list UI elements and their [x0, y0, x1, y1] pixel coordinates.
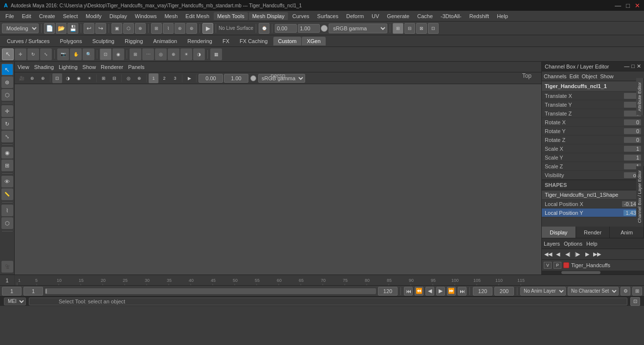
snap-to-grid-btn[interactable]: ⋯ — [142, 48, 154, 60]
layout-btn-2[interactable]: ⊟ — [404, 23, 415, 34]
vp-menu-renderer[interactable]: Renderer — [101, 64, 123, 70]
menu-mesh[interactable]: Mesh — [161, 12, 181, 20]
vp-menu-show[interactable]: Show — [83, 64, 96, 70]
menu-uv[interactable]: UV — [368, 12, 382, 20]
camera-tool[interactable]: 📷 — [57, 48, 69, 60]
channel-row-rotate-y[interactable]: Rotate Y 0 — [542, 127, 644, 136]
playback-skip-start[interactable]: ⏮ — [404, 287, 413, 296]
current-frame-field[interactable] — [23, 287, 43, 296]
channel-row-translate-x[interactable]: Translate X 0 — [542, 92, 644, 100]
cb-menu-show[interactable]: Show — [600, 73, 614, 79]
channel-box-header-btns[interactable]: — □ ✕ — [624, 63, 641, 69]
titlebar-controls[interactable]: — □ ✕ — [615, 2, 640, 9]
channel-row-scale-z[interactable]: Scale Z 1 — [542, 162, 644, 171]
tab-fx[interactable]: FX — [218, 37, 234, 46]
playback-play-back[interactable]: ◀ — [425, 287, 434, 296]
vp-render-btn[interactable]: ▶ — [184, 73, 194, 83]
menu-redshift[interactable]: Redshift — [466, 12, 492, 20]
select-btn[interactable]: ▣ — [111, 23, 122, 34]
select-lt-btn[interactable]: ↖ — [1, 64, 13, 75]
tab-anim[interactable]: Anim — [610, 227, 644, 238]
layer-tb-next-next[interactable]: ▶▶ — [593, 250, 601, 259]
menu-help[interactable]: Help — [493, 12, 511, 20]
layer-menu-layers[interactable]: Layers — [544, 241, 560, 247]
redo-btn[interactable]: ↪ — [95, 23, 106, 34]
tab-curves-surfaces[interactable]: Curves / Surfaces — [2, 37, 54, 46]
undo-btn[interactable]: ↩ — [84, 23, 94, 34]
save-scene-btn[interactable]: 💾 — [67, 23, 78, 34]
lasso-select-btn[interactable]: ⬡ — [1, 89, 13, 101]
vp-cam-btn[interactable]: 🎥 — [17, 73, 26, 83]
tab-render[interactable]: Render — [576, 227, 610, 238]
menu-surfaces[interactable]: Surfaces — [314, 12, 342, 20]
new-scene-btn[interactable]: 📄 — [44, 23, 55, 34]
select-tool-icon[interactable]: ↖ — [2, 48, 14, 60]
menu-create[interactable]: Create — [36, 12, 59, 20]
channel-box-close-btn[interactable]: ✕ — [637, 63, 641, 69]
menu-select[interactable]: Select — [60, 12, 82, 20]
playback-step-back[interactable]: ⏪ — [415, 287, 423, 296]
layer-scrollbar-thumb[interactable] — [561, 271, 600, 274]
render-region-btn[interactable]: ▦ — [210, 48, 222, 60]
channel-row-rotate-z[interactable]: Rotate Z 0 — [542, 136, 644, 144]
vp-menu-lighting[interactable]: Lighting — [59, 64, 78, 70]
tab-fx-caching[interactable]: FX Caching — [235, 37, 272, 46]
channel-row-visibility[interactable]: Visibility on — [542, 171, 644, 180]
minimize-button[interactable]: — — [615, 2, 621, 9]
viewport[interactable]: View Shading Lighting Show Renderer Pane… — [15, 62, 541, 275]
playback-options-btn[interactable]: ⊞ — [632, 287, 642, 296]
char-set-selector[interactable]: No Character Set — [568, 287, 619, 296]
vp-gamma-input2[interactable] — [224, 74, 248, 83]
scale-x-value[interactable]: 1 — [624, 146, 641, 152]
lasso-btn[interactable]: ⬡ — [123, 23, 134, 34]
command-language-selector[interactable]: MEL Python — [4, 298, 26, 305]
snap-curve-btn[interactable]: ⌇ — [163, 23, 174, 34]
menu-mesh-display[interactable]: Mesh Display — [249, 12, 288, 20]
paint-select-btn[interactable]: ⊛ — [1, 76, 13, 88]
grid-toggle-btn[interactable]: ⊞ — [130, 48, 141, 60]
snap-align-btn[interactable]: ⊞ — [1, 160, 13, 171]
menu-edit-mesh[interactable]: Edit Mesh — [182, 12, 213, 20]
layer-menu-help[interactable]: Help — [586, 241, 598, 247]
gamma-value-1[interactable] — [275, 24, 297, 33]
layout-btn-1[interactable]: ⊞ — [393, 23, 403, 34]
tab-display[interactable]: Display — [542, 227, 576, 238]
vp-menu-shading[interactable]: Shading — [34, 64, 54, 70]
vp-shade-btn[interactable]: ◑ — [63, 73, 73, 83]
range-end-field-1[interactable] — [473, 287, 492, 296]
rotate-z-value[interactable]: 0 — [624, 137, 641, 143]
scale-y-value[interactable]: 1 — [624, 155, 641, 161]
vp-iso-btn[interactable]: ◎ — [124, 73, 133, 83]
tab-custom[interactable]: Custom — [273, 37, 302, 46]
menu-windows[interactable]: Windows — [132, 12, 160, 20]
channel-row-translate-z[interactable]: Translate Z 0 — [542, 109, 644, 118]
channel-box-side-tab[interactable]: Channel Box / Layer Editor — [636, 166, 644, 227]
channel-row-local-pos-x[interactable]: Local Position X -0.141 — [542, 200, 644, 208]
vp-grid-btn[interactable]: ⊞ — [99, 73, 109, 83]
timeline-ruler[interactable]: 1 5 10 15 20 25 30 35 40 45 50 — [15, 275, 644, 285]
show-hide-btn[interactable]: 👁 — [1, 176, 13, 187]
playback-play-forward[interactable]: ▶ — [436, 287, 445, 296]
render-btn[interactable]: ▶ — [202, 23, 213, 34]
snap-point-btn[interactable]: ⊛ — [175, 23, 185, 34]
vp-smooth3-btn[interactable]: 3 — [170, 73, 180, 83]
layer-playback-toggle[interactable]: P — [554, 262, 561, 269]
isolate-btn[interactable]: ◎ — [155, 48, 167, 60]
tab-sculpting[interactable]: Sculpting — [88, 37, 119, 46]
cb-menu-channels[interactable]: Channels — [544, 73, 566, 79]
zoom-tool[interactable]: 🔍 — [83, 48, 94, 60]
tab-animation[interactable]: Animation — [148, 37, 182, 46]
open-scene-btn[interactable]: 📂 — [56, 23, 67, 34]
light-btn[interactable]: ☀ — [180, 48, 192, 60]
layer-visibility-toggle[interactable]: V — [544, 262, 552, 269]
vp-smooth1-btn[interactable]: 1 — [149, 73, 158, 83]
vp-hilight-btn[interactable]: ⊕ — [38, 73, 48, 83]
frame-slider[interactable] — [45, 288, 376, 294]
layer-tb-prev-key[interactable]: ◀| — [563, 250, 572, 259]
curve-lt-btn[interactable]: ⌇ — [1, 205, 13, 216]
tab-rigging[interactable]: Rigging — [120, 37, 148, 46]
end-frame-field[interactable] — [378, 287, 398, 296]
pan-tool[interactable]: ✋ — [70, 48, 82, 60]
menu-mesh-tools[interactable]: Mesh Tools — [214, 12, 247, 20]
menu-file[interactable]: File — [2, 12, 18, 20]
